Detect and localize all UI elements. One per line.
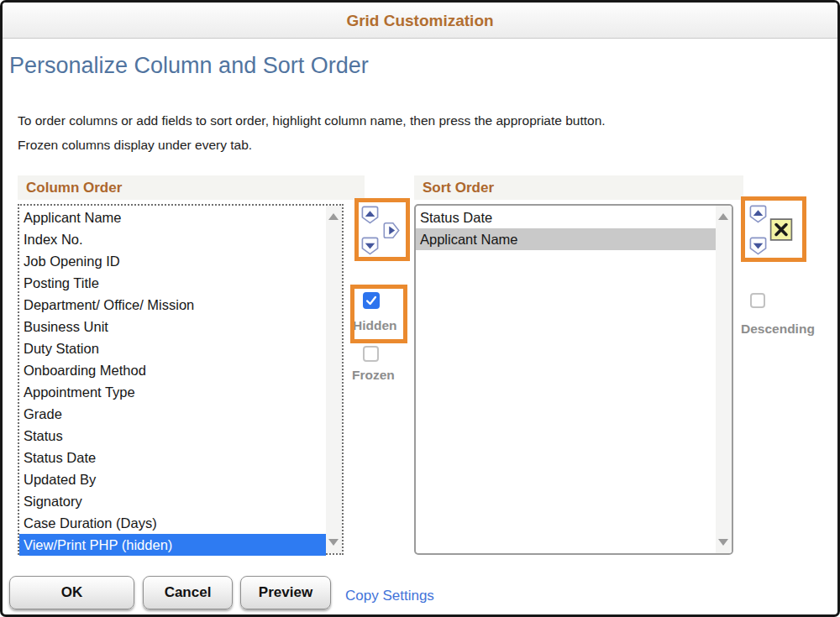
list-item[interactable]: Department/ Office/ Mission bbox=[19, 294, 326, 316]
sort-order-listbox[interactable]: Status DateApplicant Name bbox=[414, 204, 733, 555]
list-item[interactable]: Index No. bbox=[19, 228, 326, 250]
column-order-listbox[interactable]: Applicant NameIndex No.Job Opening IDPos… bbox=[18, 204, 344, 555]
sort-remove-button[interactable] bbox=[769, 217, 793, 242]
arrow-up-icon bbox=[748, 205, 769, 224]
scroll-down-icon[interactable] bbox=[328, 539, 339, 546]
frozen-checkbox-label: Frozen bbox=[352, 368, 395, 383]
scroll-down-icon[interactable] bbox=[718, 539, 728, 546]
list-item[interactable]: Status Date bbox=[19, 447, 326, 468]
delete-x-icon bbox=[769, 217, 793, 242]
hidden-checkbox-label: Hidden bbox=[353, 318, 397, 333]
column-move-to-sort-button[interactable] bbox=[382, 220, 401, 241]
dialog-titlebar: Grid Customization bbox=[3, 3, 837, 39]
ok-button[interactable]: OK bbox=[9, 576, 134, 609]
instructions-line-2: Frozen columns display under every tab. bbox=[18, 138, 252, 153]
list-item[interactable]: Onboarding Method bbox=[19, 359, 326, 381]
list-item[interactable]: Updated By bbox=[19, 468, 326, 490]
list-item[interactable]: Signatory bbox=[19, 490, 326, 512]
list-item[interactable]: Status Date bbox=[416, 207, 716, 228]
hidden-checkbox[interactable] bbox=[363, 292, 380, 309]
arrow-up-icon bbox=[360, 206, 381, 225]
column-order-header: Column Order bbox=[18, 175, 365, 200]
list-item[interactable]: Applicant Name bbox=[19, 207, 326, 228]
list-item[interactable]: Status bbox=[19, 425, 326, 447]
scroll-up-icon[interactable] bbox=[718, 213, 728, 220]
list-item[interactable]: View/Print PHP (hidden) bbox=[19, 534, 326, 556]
frozen-checkbox[interactable] bbox=[363, 346, 379, 362]
scroll-up-icon[interactable] bbox=[328, 213, 339, 220]
arrow-down-icon bbox=[360, 237, 381, 256]
list-item[interactable]: Applicant Name bbox=[416, 228, 716, 250]
list-item[interactable]: Grade bbox=[19, 403, 326, 425]
sort-order-items: Status DateApplicant Name bbox=[416, 207, 716, 250]
dialog-title: Grid Customization bbox=[346, 12, 493, 29]
cancel-button[interactable]: Cancel bbox=[143, 576, 233, 609]
column-order-scrollbar[interactable] bbox=[326, 206, 342, 553]
arrow-down-icon bbox=[748, 237, 769, 256]
list-item[interactable]: Job Opening ID bbox=[19, 250, 326, 272]
sort-move-up-button[interactable] bbox=[748, 205, 769, 224]
sort-order-label: Sort Order bbox=[414, 175, 743, 200]
grid-customization-dialog: Grid Customization Personalize Column an… bbox=[0, 0, 840, 617]
column-order-items: Applicant NameIndex No.Job Opening IDPos… bbox=[19, 207, 326, 556]
instructions-line-1: To order columns or add fields to sort o… bbox=[18, 113, 606, 128]
list-item[interactable]: Appointment Type bbox=[19, 381, 326, 403]
sort-order-header: Sort Order bbox=[414, 175, 743, 200]
column-order-label: Column Order bbox=[18, 175, 365, 200]
list-item[interactable]: Case Duration (Days) bbox=[19, 512, 326, 534]
list-item[interactable]: Business Unit bbox=[19, 316, 326, 337]
page-title: Personalize Column and Sort Order bbox=[9, 53, 369, 79]
list-item[interactable]: Duty Station bbox=[19, 337, 326, 359]
column-move-down-button[interactable] bbox=[360, 237, 381, 256]
list-item[interactable]: Posting Title bbox=[19, 272, 326, 294]
column-move-up-button[interactable] bbox=[360, 206, 381, 225]
preview-button[interactable]: Preview bbox=[240, 576, 331, 609]
check-icon bbox=[365, 294, 378, 307]
sort-order-scrollbar[interactable] bbox=[716, 206, 732, 553]
sort-move-down-button[interactable] bbox=[748, 237, 769, 256]
copy-settings-link[interactable]: Copy Settings bbox=[345, 588, 434, 604]
arrow-right-icon bbox=[382, 220, 401, 241]
descending-checkbox[interactable] bbox=[750, 293, 765, 308]
descending-checkbox-label: Descending bbox=[741, 322, 815, 337]
